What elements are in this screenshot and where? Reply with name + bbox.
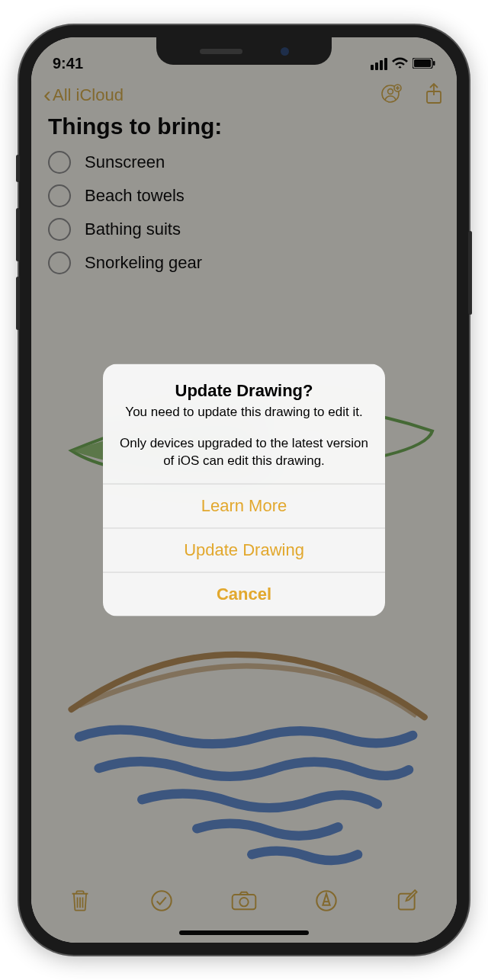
cancel-button[interactable]: Cancel xyxy=(103,572,385,616)
notch xyxy=(156,37,332,65)
phone-frame: 9:41 ‹ All iCloud xyxy=(19,25,469,955)
volume-down-button xyxy=(16,277,20,330)
learn-more-button[interactable]: Learn More xyxy=(103,483,385,527)
alert-dialog: Update Drawing? You need to update this … xyxy=(103,364,385,617)
power-button xyxy=(468,231,472,315)
update-drawing-button[interactable]: Update Drawing xyxy=(103,527,385,572)
volume-up-button xyxy=(16,208,20,261)
mute-switch xyxy=(16,155,20,182)
alert-message-line: You need to update this drawing to edit … xyxy=(117,404,371,421)
screen: 9:41 ‹ All iCloud xyxy=(31,37,457,943)
alert-message-line: Only devices upgraded to the latest vers… xyxy=(117,435,371,470)
alert-title: Update Drawing? xyxy=(117,381,371,401)
